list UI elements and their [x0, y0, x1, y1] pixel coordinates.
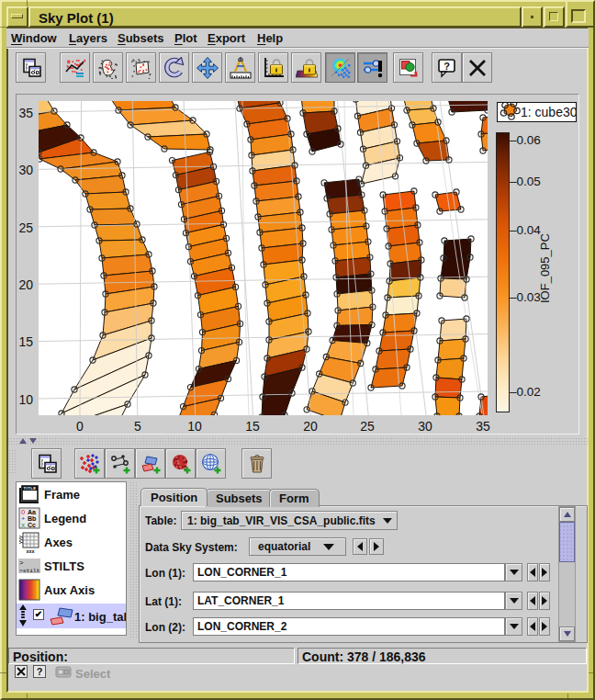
svg-text:?: ?	[443, 60, 450, 71]
svg-text:x: x	[21, 522, 25, 529]
svg-text:IOF_095_PC: IOF_095_PC	[538, 233, 552, 303]
svg-text:Aa: Aa	[28, 509, 36, 515]
svg-text:>stilts: >stilts	[19, 568, 40, 574]
svg-text:xxx: xxx	[26, 548, 35, 554]
svg-text:Bb: Bb	[28, 515, 36, 522]
svg-text:Cc: Cc	[28, 522, 36, 528]
svg-text:>: >	[19, 559, 24, 567]
svg-text:TITLE: TITLE	[23, 486, 36, 491]
svg-text:yyy: yyy	[18, 535, 23, 544]
